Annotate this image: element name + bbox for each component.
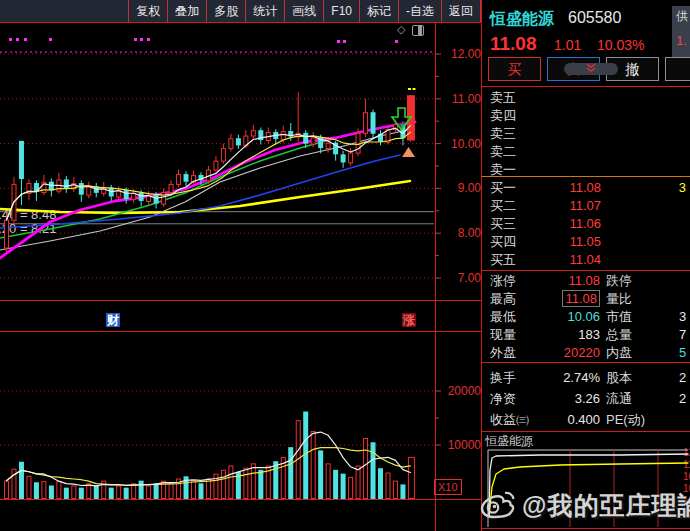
stat-value: 7	[679, 326, 686, 344]
buy-level-row-label: 买三	[490, 215, 516, 233]
stat-label: 股本	[606, 367, 632, 388]
stat-label: 跌停	[606, 272, 632, 290]
diamond-marker-icon[interactable]: ◇	[397, 24, 405, 35]
panel-sep-orange	[482, 176, 690, 177]
stats-row: 收益㈢0.400PE(动)	[482, 409, 690, 430]
stat-label: 流通	[606, 388, 632, 409]
toolbar-divider	[0, 22, 481, 23]
toolbar-item-标记[interactable]: 标记	[359, 0, 398, 22]
axis-gutter-line	[435, 22, 436, 531]
stats-row: 净资3.26流通2	[482, 388, 690, 409]
toolbar-item-多股[interactable]: 多股	[206, 0, 245, 22]
buy-level-row-label: 买五	[490, 251, 516, 269]
sell-level-row-label: 卖二	[490, 143, 516, 161]
volume-unit-label: X10	[434, 479, 462, 495]
stat-label: 市值	[606, 308, 632, 326]
stat-label: PE(动)	[606, 409, 645, 430]
finance-badge[interactable]: 财	[106, 313, 120, 327]
stat-value: 2.74%	[522, 367, 600, 388]
rise-badge[interactable]: 涨	[402, 313, 416, 327]
stat-value: 3	[679, 308, 686, 326]
side-panel-toggle-icon[interactable]	[412, 25, 424, 36]
mini-axis-label: 10	[683, 471, 690, 482]
price-axis-label: 7.00	[437, 271, 481, 285]
buy-level-row-price: 11.04	[537, 251, 601, 269]
stat-value: 20220	[522, 344, 600, 362]
stats-row: 外盘20220内盘5	[482, 344, 690, 362]
ma-label-1: 8.46 = 8.48	[0, 207, 56, 222]
stat-label: 净资	[490, 388, 516, 409]
clipped-overlay: 供 1.	[672, 6, 690, 58]
watermark-text: @我的亞庄理論亞庄村	[522, 489, 690, 522]
sell-level-row[interactable]: 卖四	[482, 107, 690, 125]
panel-bottom-line	[482, 528, 690, 529]
mini-chart-title: 恒盛能源	[485, 433, 533, 450]
overlay-text-2: 1.	[676, 33, 690, 48]
mini-axis-label: 11	[683, 459, 690, 470]
stat-value: 10.06	[522, 308, 600, 326]
toolbar-item-统计[interactable]: 统计	[245, 0, 284, 22]
sell-level-row[interactable]: 卖三	[482, 125, 690, 143]
price-change: 1.01	[554, 37, 581, 53]
stat-value: 3.26	[522, 388, 600, 409]
stat-label: 涨停	[490, 272, 516, 290]
stats-row: 换手2.74%股本2	[482, 367, 690, 388]
price-change-percent: 10.03%	[597, 37, 644, 53]
sell-level-row-label: 卖四	[490, 107, 516, 125]
panel-sep-4	[482, 431, 690, 432]
stat-label: 总量	[606, 326, 632, 344]
buy-level-row-label: 买一	[490, 179, 516, 197]
watermark: @我的亞庄理論亞庄村	[478, 486, 690, 524]
toolbar-item-返回[interactable]: 返回	[441, 0, 481, 22]
buy-level-row-price: 11.08	[537, 179, 601, 197]
toolbar-item-叠加[interactable]: 叠加	[167, 0, 206, 22]
sell-level-row[interactable]: 卖二	[482, 143, 690, 161]
stat-value: 0.400	[522, 409, 600, 430]
price-axis-label: 8.00	[437, 226, 481, 240]
toolbar-item-画线[interactable]: 画线	[284, 0, 323, 22]
buy-level-row-price: 11.07	[537, 197, 601, 215]
last-price: 11.08	[490, 33, 537, 55]
sell-level-row[interactable]: 卖五	[482, 89, 690, 107]
buy-level-row-label: 买四	[490, 233, 516, 251]
stats-row: 涨停11.08跌停	[482, 272, 690, 290]
buy-level-row[interactable]: 买五11.04	[482, 251, 690, 269]
stat-label: 现量	[490, 326, 516, 344]
stat-label: 量比	[606, 290, 632, 308]
buy-level-row[interactable]: 买三11.06	[482, 215, 690, 233]
clipped-button[interactable]	[665, 57, 690, 81]
buy-level-row[interactable]: 买一11.083	[482, 179, 690, 197]
stat-label: 最高	[490, 290, 516, 308]
stat-label: 内盘	[606, 344, 632, 362]
panel-sep-1	[482, 86, 690, 87]
toolbar-item--自选[interactable]: -自选	[398, 0, 441, 22]
quote-panel: 恒盛能源 605580 11.08 1.01 10.03% 供 1. 买 卖 撤…	[482, 0, 690, 531]
stat-value: 11.08	[522, 290, 600, 308]
stat-value: 5	[679, 344, 686, 362]
buy-level-row[interactable]: 买四11.05	[482, 233, 690, 251]
volume-axis-label: 20000	[437, 384, 481, 398]
stat-value: 11.08	[522, 272, 600, 290]
weibo-logo-icon	[478, 486, 516, 524]
buy-button[interactable]: 买	[488, 57, 541, 81]
overlay-text-1: 供	[676, 8, 690, 25]
kchart-bottom-line	[0, 300, 482, 301]
price-axis-label: 9.00	[437, 181, 481, 195]
stat-label: 最低	[490, 308, 516, 326]
volume-axis-label: 10000	[437, 438, 481, 452]
buy-level-row-label: 买二	[490, 197, 516, 215]
sell-level-row-label: 卖五	[490, 89, 516, 107]
toolbar-item-复权[interactable]: 复权	[128, 0, 167, 22]
collapse-chevron-icon[interactable]	[564, 63, 618, 75]
panel-sep-3	[482, 362, 690, 363]
price-axis-label: 12.00	[437, 47, 481, 61]
stock-name: 恒盛能源	[490, 9, 554, 30]
toolbar-item-F10[interactable]: F10	[323, 0, 359, 22]
mini-axis-label: 11	[683, 447, 690, 458]
stat-value: 2	[679, 388, 686, 409]
stats-row: 最高11.08量比	[482, 290, 690, 308]
panel-sep-2	[482, 270, 690, 271]
sell-level-row-label: 卖三	[490, 125, 516, 143]
strip-bottom-line	[0, 331, 482, 332]
buy-level-row[interactable]: 买二11.07	[482, 197, 690, 215]
